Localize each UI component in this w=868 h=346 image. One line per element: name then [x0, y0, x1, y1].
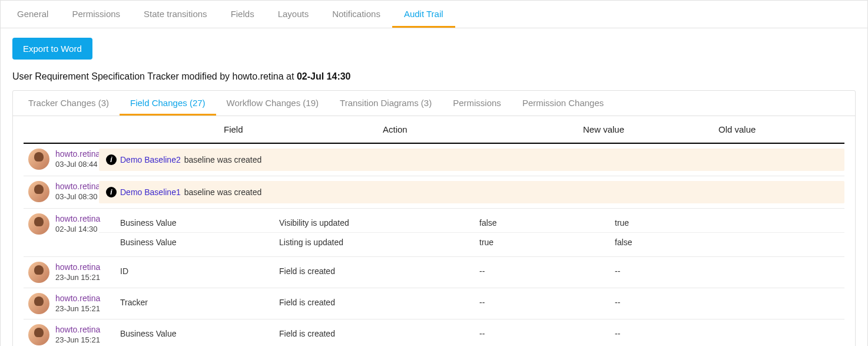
- timestamp: 03-Jul 08:30: [55, 192, 100, 202]
- cell-action: Visibility is updated: [279, 218, 479, 228]
- top-tab-permissions[interactable]: Permissions: [60, 1, 132, 28]
- user-link[interactable]: howto.retina: [55, 182, 100, 192]
- user-cell: howto.retina23-Jun 15:21: [24, 319, 99, 346]
- cell-old-value: --: [615, 298, 844, 307]
- sub-tab-permission-changes[interactable]: Permission Changes: [512, 91, 614, 116]
- user-cell: howto.retina03-Jul 08:44: [24, 144, 99, 174]
- changes-wrap: IDField is created----: [99, 257, 844, 285]
- top-tab-notifications[interactable]: Notifications: [320, 1, 392, 28]
- baseline-text: baseline was created: [184, 187, 262, 197]
- summary-time: 02-Jul 14:30: [297, 71, 351, 81]
- cell-action: Field is created: [279, 329, 479, 338]
- timestamp: 02-Jul 14:30: [55, 225, 100, 234]
- changes-wrap: Business ValueField is created----: [99, 319, 844, 346]
- top-tab-state-transitions[interactable]: State transitions: [132, 1, 219, 28]
- avatar: [28, 181, 49, 202]
- user-cell: howto.retina03-Jul 08:30: [24, 176, 99, 207]
- baseline-banner: iDemo Baseline1 baseline was created: [99, 181, 844, 203]
- cell-field: Business Value: [120, 329, 279, 338]
- cell-field: Business Value: [120, 218, 279, 228]
- user-link[interactable]: howto.retina: [55, 262, 100, 273]
- changes-wrap: Business ValueVisibility is updatedfalse…: [99, 209, 844, 256]
- avatar: [28, 324, 49, 345]
- export-to-word-button[interactable]: Export to Word: [12, 38, 92, 60]
- change-line: TrackerField is created----: [99, 293, 844, 312]
- timestamp: 03-Jul 08:44: [55, 160, 100, 169]
- cell-field: Business Value: [120, 238, 279, 247]
- baseline-link[interactable]: Demo Baseline2: [120, 155, 181, 164]
- cell-new-value: --: [479, 266, 615, 276]
- user-link[interactable]: howto.retina: [55, 325, 100, 335]
- baseline-banner: iDemo Baseline2 baseline was created: [99, 149, 844, 171]
- user-cell: howto.retina23-Jun 15:21: [24, 288, 99, 319]
- cell-action: Field is created: [279, 266, 479, 276]
- audit-summary: User Requirement Specification Tracker m…: [12, 71, 856, 82]
- sub-tab-workflow-changes-19[interactable]: Workflow Changes (19): [216, 91, 329, 116]
- cell-new-value: true: [479, 238, 615, 247]
- table-row: howto.retina03-Jul 08:30iDemo Baseline1 …: [24, 176, 844, 209]
- change-line: Business ValueVisibility is updatedfalse…: [99, 213, 844, 232]
- sub-tab-transition-diagrams-3[interactable]: Transition Diagrams (3): [329, 91, 442, 116]
- timestamp: 23-Jun 15:21: [55, 335, 100, 345]
- summary-text: User Requirement Specification Tracker m…: [12, 71, 297, 81]
- table-row: howto.retina23-Jun 15:21Business ValueFi…: [24, 319, 844, 346]
- avatar: [28, 293, 49, 314]
- cell-new-value: --: [479, 329, 615, 338]
- top-tab-layouts[interactable]: Layouts: [266, 1, 321, 28]
- info-icon: i: [106, 154, 117, 165]
- timestamp: 23-Jun 15:21: [55, 273, 100, 282]
- top-tabs: GeneralPermissionsState transitionsField…: [1, 1, 867, 28]
- user-link[interactable]: howto.retina: [55, 149, 100, 160]
- avatar: [28, 262, 49, 283]
- cell-action: Listing is updated: [279, 238, 479, 247]
- cell-field: ID: [120, 266, 279, 276]
- col-new-value: New value: [583, 124, 718, 134]
- table-row: howto.retina23-Jun 15:21IDField is creat…: [24, 257, 844, 288]
- top-tab-general[interactable]: General: [5, 1, 60, 28]
- cell-new-value: false: [479, 218, 615, 228]
- top-tab-audit-trail[interactable]: Audit Trail: [392, 1, 455, 28]
- cell-new-value: --: [479, 298, 615, 307]
- change-line: Business ValueField is created----: [99, 324, 844, 343]
- cell-old-value: true: [615, 218, 844, 228]
- col-field: Field: [224, 124, 383, 134]
- col-old-value: Old value: [718, 124, 844, 134]
- info-icon: i: [106, 187, 117, 197]
- change-line: Business ValueListing is updatedtruefals…: [99, 232, 844, 252]
- user-link[interactable]: howto.retina: [55, 214, 100, 225]
- user-cell: howto.retina23-Jun 15:21: [24, 257, 99, 288]
- col-action: Action: [383, 124, 583, 134]
- sub-tab-permissions[interactable]: Permissions: [442, 91, 512, 116]
- table-row: howto.retina23-Jun 15:21TrackerField is …: [24, 288, 844, 319]
- sub-tab-tracker-changes-3[interactable]: Tracker Changes (3): [18, 91, 120, 116]
- cell-field: Tracker: [120, 298, 279, 307]
- cell-action: Field is created: [279, 298, 479, 307]
- table-row: howto.retina03-Jul 08:44iDemo Baseline2 …: [24, 144, 844, 176]
- change-line: IDField is created----: [99, 262, 844, 281]
- cell-old-value: --: [615, 329, 844, 338]
- user-link[interactable]: howto.retina: [55, 294, 100, 304]
- baseline-text: baseline was created: [184, 155, 262, 164]
- user-cell: howto.retina02-Jul 14:30: [24, 209, 99, 239]
- sub-tabs: Tracker Changes (3)Field Changes (27)Wor…: [13, 91, 855, 116]
- avatar: [28, 213, 49, 235]
- table-body: howto.retina03-Jul 08:44iDemo Baseline2 …: [24, 144, 844, 346]
- timestamp: 23-Jun 15:21: [55, 304, 100, 314]
- avatar: [28, 149, 49, 170]
- sub-tab-field-changes-27[interactable]: Field Changes (27): [120, 91, 216, 116]
- changes-wrap: TrackerField is created----: [99, 288, 844, 317]
- table-row: howto.retina02-Jul 14:30Business ValueVi…: [24, 209, 844, 257]
- cell-old-value: false: [615, 238, 844, 247]
- table-header: Field Action New value Old value: [24, 116, 844, 144]
- cell-old-value: --: [615, 266, 844, 276]
- baseline-link[interactable]: Demo Baseline1: [120, 187, 181, 197]
- top-tab-fields[interactable]: Fields: [219, 1, 266, 28]
